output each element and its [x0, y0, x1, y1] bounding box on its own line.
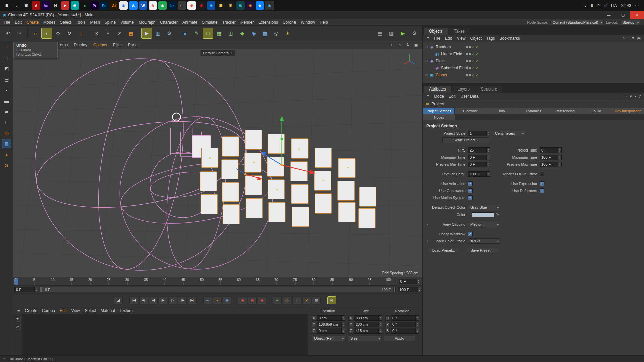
size-mode-dropdown[interactable]: Size: [348, 336, 381, 341]
default-object-color-dropdown[interactable]: Gray-Blue: [468, 205, 500, 210]
rotation-p-field[interactable]: 0 °: [391, 322, 419, 327]
spline-pen-icon[interactable]: ✎: [191, 28, 202, 39]
rotation-b-field[interactable]: 0 °: [391, 328, 419, 334]
illustrator-icon[interactable]: Ai: [110, 1, 118, 10]
primitive-cube-icon[interactable]: ■: [180, 28, 191, 39]
tree-item-plain[interactable]: ⊟ ◆ Plain: [423, 57, 644, 64]
key-scale-icon[interactable]: ◇: [283, 296, 291, 304]
expand-toggle-icon[interactable]: ⊟: [424, 45, 429, 49]
position-x-field[interactable]: 0 cm: [317, 315, 345, 321]
current-frame-field[interactable]: 0 F: [399, 279, 420, 284]
spotify-icon[interactable]: ●: [80, 1, 89, 10]
minimum-time-field[interactable]: 0 F: [468, 155, 490, 160]
menu-item[interactable]: Extensions: [256, 20, 280, 25]
scale-tool-icon[interactable]: ◇: [53, 28, 63, 39]
store-icon[interactable]: ◆: [256, 1, 264, 10]
menu-item[interactable]: Mesh: [88, 20, 102, 25]
linear-workflow-checkbox[interactable]: [468, 232, 473, 236]
generator-symmetry-icon[interactable]: ◫: [225, 28, 236, 39]
hamburger-icon[interactable]: ≡: [15, 308, 23, 313]
rotation-h-field[interactable]: 0 °: [391, 315, 419, 321]
objects-menu-item[interactable]: File: [432, 36, 443, 41]
redo-icon[interactable]: ↷: [14, 28, 25, 39]
interactive-render-icon[interactable]: ▤: [375, 28, 385, 39]
word-icon[interactable]: W: [139, 1, 147, 10]
notification-icon[interactable]: ▭: [635, 3, 639, 8]
panel-tab[interactable]: Attributes: [424, 86, 451, 93]
object-toggles[interactable]: [466, 73, 478, 77]
close-button[interactable]: ✕: [630, 11, 644, 19]
attribute-tab[interactable]: Info: [486, 108, 518, 114]
enabled-check-icon[interactable]: [472, 45, 475, 49]
use-generators-checkbox[interactable]: [468, 188, 473, 193]
photoshop-icon[interactable]: Ps: [100, 1, 108, 10]
load-preset-button[interactable]: Load Preset...: [428, 248, 460, 253]
enabled-check-icon[interactable]: [475, 45, 478, 49]
material-menu-item[interactable]: Edit: [57, 308, 69, 313]
attribute-tab[interactable]: Cineware: [455, 108, 486, 114]
render-view-icon[interactable]: ▶: [141, 28, 152, 39]
position-z-field[interactable]: 0 cm: [317, 328, 345, 334]
convert-tool-icon[interactable]: ≈: [2, 43, 11, 52]
workplane-icon[interactable]: ▨: [2, 128, 11, 138]
input-color-profile-dropdown[interactable]: sRGB: [468, 238, 500, 244]
attributes-menu-item[interactable]: Mode: [432, 94, 446, 99]
menu-item[interactable]: Tools: [73, 20, 88, 25]
keyframe-selection-icon[interactable]: ◉: [327, 296, 336, 304]
spinner[interactable]: [417, 279, 420, 284]
viewport-menu-item[interactable]: Options: [90, 43, 110, 47]
spinner[interactable]: [378, 328, 382, 333]
search-icon[interactable]: ○: [624, 94, 627, 98]
attribute-tab[interactable]: To Do: [581, 108, 612, 114]
maximize-button[interactable]: ▢: [616, 11, 630, 19]
objects-menu-item[interactable]: Bookmarks: [497, 36, 522, 41]
attribute-tab[interactable]: Nodes: [423, 114, 455, 120]
object-name[interactable]: Linear Field: [441, 52, 462, 56]
attribute-tab[interactable]: Key Interpolation: [612, 108, 644, 114]
render-queue-icon[interactable]: ⚙: [409, 28, 420, 39]
expand-toggle-icon[interactable]: ⊞: [424, 73, 429, 77]
edges-mode-icon[interactable]: ▬: [2, 96, 11, 106]
spinner[interactable]: [486, 162, 490, 167]
menu-item[interactable]: Animate: [180, 20, 200, 25]
battery-icon[interactable]: ▮: [591, 3, 593, 8]
back-icon[interactable]: ←: [612, 94, 616, 98]
panel-tab[interactable]: Layers: [452, 86, 475, 93]
enabled-check-icon[interactable]: [475, 59, 478, 63]
objects-menu-item[interactable]: Edit: [443, 36, 454, 41]
filter-icon[interactable]: ▼: [631, 36, 635, 40]
start-button[interactable]: ⊞: [3, 1, 11, 10]
safari-icon[interactable]: ◉: [119, 1, 128, 10]
use-deformers-checkbox[interactable]: [540, 188, 544, 193]
spinner[interactable]: [486, 148, 490, 153]
position-y-field[interactable]: 106.659 cm: [317, 322, 345, 327]
level-of-detail-field[interactable]: 100 %: [468, 171, 490, 177]
render-visibility-dot[interactable]: [469, 67, 471, 69]
menu-item[interactable]: File: [1, 20, 12, 25]
spinner[interactable]: [378, 322, 382, 327]
loop-icon[interactable]: ∞: [203, 296, 212, 304]
editor-visibility-dot[interactable]: [466, 46, 468, 48]
pan-view-icon[interactable]: +: [389, 42, 395, 48]
rotate-tool-icon[interactable]: ↻: [64, 28, 75, 39]
move-tool-icon[interactable]: +: [41, 28, 52, 39]
menu-item[interactable]: Window: [298, 20, 317, 25]
maximum-time-field[interactable]: 100 F: [540, 155, 562, 160]
color-expand-icon[interactable]: ›: [468, 213, 472, 216]
help-icon[interactable]: ?: [639, 94, 641, 98]
anydesk-icon[interactable]: A: [149, 1, 157, 10]
spinner[interactable]: [378, 316, 382, 320]
appstore-icon[interactable]: A: [129, 1, 138, 10]
attributes-menu-item[interactable]: Edit: [446, 94, 458, 99]
enabled-check-icon[interactable]: [472, 66, 475, 70]
points-mode-icon[interactable]: ▪: [2, 85, 11, 95]
viewport-menu-item[interactable]: Filter: [110, 43, 125, 47]
frame-input[interactable]: 0 F: [14, 287, 38, 292]
range-end-grip[interactable]: [393, 287, 395, 292]
panel-tab[interactable]: Takes: [449, 28, 470, 35]
spinner[interactable]: [486, 155, 490, 160]
panel-tab[interactable]: Objects: [424, 28, 448, 35]
enabled-check-icon[interactable]: [475, 52, 478, 56]
material-menu-item[interactable]: Material: [98, 308, 117, 313]
rotate-view-icon[interactable]: ↻: [405, 42, 411, 48]
